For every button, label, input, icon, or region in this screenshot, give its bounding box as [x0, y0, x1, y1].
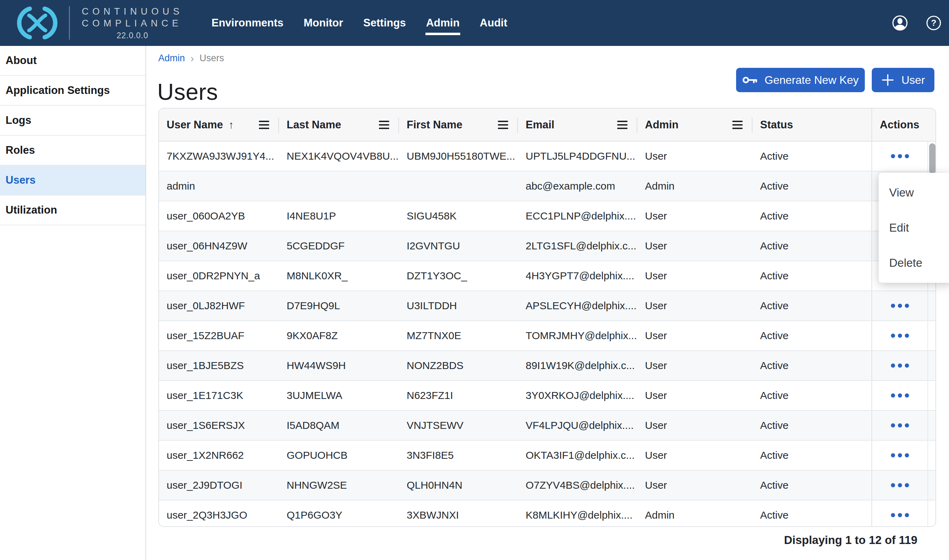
cell-status: Active [752, 142, 871, 171]
breadcrumb-admin-link[interactable]: Admin [158, 53, 185, 64]
column-menu-icon[interactable] [617, 121, 628, 129]
row-actions-ellipsis-button[interactable] [888, 510, 912, 520]
cell-last-name: 5CGEDDGF [279, 231, 399, 260]
cell-admin: User [637, 411, 752, 440]
row-actions-ellipsis-button[interactable] [888, 361, 912, 371]
row-actions-ellipsis-button[interactable] [888, 480, 912, 490]
cell-last-name: 3UJMELWA [279, 381, 399, 410]
menu-item-delete[interactable]: Delete [879, 245, 949, 280]
row-scroll-gutter [927, 381, 935, 410]
sidebar-item-utilization[interactable]: Utilization [0, 195, 145, 225]
column-label: Status [760, 118, 793, 131]
account-button[interactable] [892, 0, 908, 46]
column-menu-icon[interactable] [498, 121, 508, 129]
table-row: 7KXZWA9J3WJ91Y4...NEX1K4VQOV4VB8U...UBM9… [159, 142, 935, 171]
column-header-status[interactable]: Status [752, 109, 871, 141]
cell-status: Active [752, 381, 871, 410]
sidebar-item-users[interactable]: Users [0, 166, 145, 195]
cell-email: TOMRJMHY@delphix... [518, 321, 637, 350]
row-actions-ellipsis-button[interactable] [888, 301, 912, 311]
row-actions-ellipsis-button[interactable] [888, 420, 912, 430]
cell-last-name: M8NLK0XR_ [279, 261, 399, 291]
brand-line-2: COMPLIANCE [82, 17, 183, 29]
primary-nav: EnvironmentsMonitorSettingsAdminAudit [212, 0, 507, 46]
column-header-actions[interactable]: Actions [871, 109, 927, 141]
sidebar-item-roles[interactable]: Roles [0, 135, 145, 166]
column-header-first-name[interactable]: First Name [399, 109, 518, 141]
column-header-last-name[interactable]: Last Name [279, 109, 399, 141]
cell-last-name: I5AD8QAM [279, 411, 399, 440]
row-scroll-gutter [927, 321, 935, 350]
column-menu-icon[interactable] [259, 121, 269, 129]
cell-last-name: GOPUOHCB [279, 441, 399, 470]
cell-first-name: N623FZ1I [399, 381, 518, 410]
generate-new-key-label: Generate New Key [764, 74, 858, 87]
nav-link-environments[interactable]: Environments [212, 0, 283, 46]
nav-link-settings[interactable]: Settings [363, 0, 406, 46]
cell-email: APSLECYH@delphix.... [518, 291, 637, 320]
table-scrollbar-thumb[interactable] [929, 143, 935, 174]
nav-link-monitor[interactable]: Monitor [304, 0, 343, 46]
nav-link-admin[interactable]: Admin [426, 0, 460, 46]
cell-admin: User [637, 351, 752, 380]
cell-admin: Admin [637, 500, 752, 527]
nav-link-audit[interactable]: Audit [480, 0, 507, 46]
sidebar-item-application-settings[interactable]: Application Settings [0, 76, 145, 106]
sidebar-item-logs[interactable]: Logs [0, 106, 145, 135]
cell-email: VF4LPJQU@delphix.... [518, 411, 637, 440]
table-row: user_1X2NR662GOPUOHCB3N3FI8E5OKTA3IF1@de… [159, 441, 935, 471]
top-navbar: CONTINUOUS COMPLIANCE 22.0.0.0 Environme… [0, 0, 949, 46]
sidebar-item-about[interactable]: About [0, 46, 145, 76]
account-circle-icon [892, 15, 908, 31]
cell-user-name: user_2J9DTOGI [159, 471, 279, 500]
table-row: user_0LJ82HWFD7E9HQ9LU3ILTDDHAPSLECYH@de… [159, 291, 935, 321]
row-actions-ellipsis-button[interactable] [888, 451, 912, 460]
row-scroll-gutter [927, 351, 935, 380]
column-label: Last Name [287, 118, 341, 131]
row-actions-ellipsis-button[interactable] [888, 331, 912, 340]
cell-actions [871, 142, 927, 171]
column-header-email[interactable]: Email [518, 109, 637, 141]
cell-admin: User [637, 441, 752, 470]
menu-item-view[interactable]: View [879, 175, 949, 210]
column-menu-icon[interactable] [732, 121, 743, 129]
cell-email: 4H3YGPT7@delphix.... [518, 261, 637, 291]
cell-first-name: 3XBWJNXI [399, 500, 518, 527]
cell-email: ECC1PLNP@delphix.... [518, 202, 637, 231]
cell-first-name: 3N3FI8E5 [399, 441, 518, 470]
cell-email: 3Y0XRKOJ@delphix.... [518, 381, 637, 410]
cell-user-name: user_1S6ERSJX [159, 411, 279, 440]
brand-logo: CONTINUOUS COMPLIANCE 22.0.0.0 [17, 0, 183, 46]
cell-status: Active [752, 471, 871, 500]
cell-email: O7ZYV4BS@delphix.... [518, 471, 637, 500]
cell-email: 2LTG1SFL@delphix.c... [518, 231, 637, 260]
column-menu-icon[interactable] [379, 121, 389, 129]
plus-icon [881, 73, 894, 87]
cell-user-name: user_1E171C3K [159, 381, 279, 410]
cell-first-name: QLH0HN4N [399, 471, 518, 500]
cell-user-name: user_06HN4Z9W [159, 231, 279, 260]
cell-user-name: user_15Z2BUAF [159, 321, 279, 350]
generate-new-key-button[interactable]: Generate New Key [736, 68, 865, 92]
cell-status: Active [752, 291, 871, 320]
menu-item-edit[interactable]: Edit [879, 210, 949, 245]
cell-user-name: user_0LJ82HWF [159, 291, 279, 320]
column-label: Actions [880, 118, 920, 131]
column-header-admin[interactable]: Admin [637, 109, 752, 141]
table-row: user_060OA2YBI4NE8U1PSIGU458KECC1PLNP@de… [159, 202, 935, 231]
cell-user-name: user_2Q3H3JGO [159, 500, 279, 527]
row-scroll-gutter [927, 441, 935, 470]
row-actions-ellipsis-button[interactable] [888, 391, 912, 400]
row-scroll-gutter [927, 500, 935, 527]
cell-first-name: MZ7TNX0E [399, 321, 518, 350]
row-actions-ellipsis-button[interactable] [888, 151, 912, 161]
cell-admin: Admin [637, 171, 752, 201]
help-button[interactable]: ? [926, 0, 941, 46]
cell-admin: User [637, 261, 752, 291]
column-header-user-name[interactable]: User Name↑ [159, 109, 279, 141]
cell-user-name: user_060OA2YB [159, 202, 279, 231]
add-user-button[interactable]: User [872, 68, 934, 92]
cell-actions [871, 500, 927, 527]
cell-actions [871, 411, 927, 440]
cell-actions [871, 441, 927, 470]
